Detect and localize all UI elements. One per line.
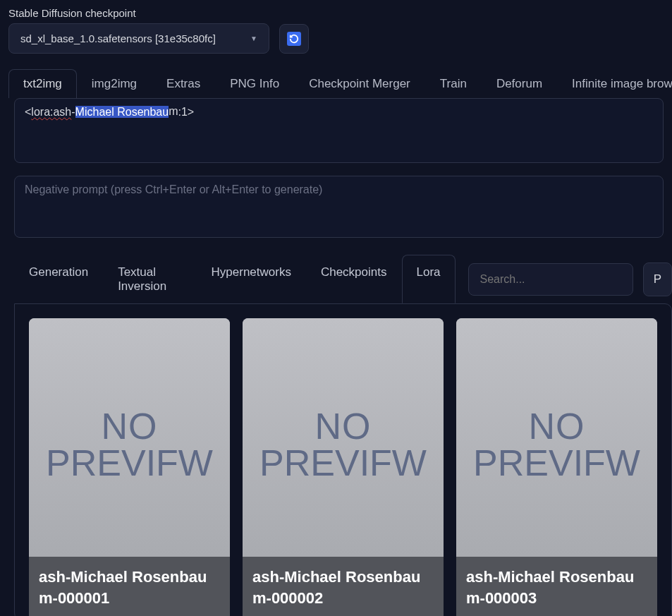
lora-card[interactable]: NO PREVIFW ash-Michael Rosenbaum-000003 xyxy=(456,318,657,616)
tab-deforum[interactable]: Deforum xyxy=(482,69,557,98)
side-button[interactable]: P xyxy=(643,262,672,296)
extra-networks-tabs: Generation Textual Inversion Hypernetwor… xyxy=(14,255,456,303)
negative-prompt-input[interactable]: Negative prompt (press Ctrl+Enter or Alt… xyxy=(14,176,664,238)
checkpoint-label: Stable Diffusion checkpoint xyxy=(8,7,664,19)
main-tabs: txt2img img2img Extras PNG Info Checkpoi… xyxy=(8,69,672,98)
no-preview-text: NO PREVIFW xyxy=(473,408,640,481)
tab-pnginfo[interactable]: PNG Info xyxy=(215,69,294,98)
tab-checkpoints[interactable]: Checkpoints xyxy=(306,255,402,303)
no-preview-text: NO PREVIFW xyxy=(259,408,427,481)
tab-checkpoint-merger[interactable]: Checkpoint Merger xyxy=(294,69,425,98)
tab-infinite-image-browsing[interactable]: Infinite image browsing xyxy=(557,69,672,98)
negative-placeholder: Negative prompt (press Ctrl+Enter or Alt… xyxy=(25,183,322,195)
checkpoint-value: sd_xl_base_1.0.safetensors [31e35c80fc] xyxy=(20,32,216,44)
lora-gallery: NO PREVIFW ash-Michael Rosenbaum-000001 … xyxy=(14,303,672,616)
card-thumbnail: NO PREVIFW xyxy=(29,318,230,557)
tab-textual-inversion[interactable]: Textual Inversion xyxy=(103,255,196,303)
refresh-checkpoint-button[interactable] xyxy=(279,24,309,54)
chevron-down-icon: ▼ xyxy=(250,35,257,42)
card-label: ash-Michael Rosenbaum-000003 xyxy=(456,557,657,616)
tab-extras[interactable]: Extras xyxy=(152,69,215,98)
tab-txt2img[interactable]: txt2img xyxy=(8,69,77,98)
lora-card[interactable]: NO PREVIFW ash-Michael Rosenbaum-000001 xyxy=(29,318,230,616)
prompt-input[interactable]: <lora:ash-Michael Rosenbaum:1> xyxy=(14,98,664,163)
tab-generation[interactable]: Generation xyxy=(14,255,103,303)
tab-train[interactable]: Train xyxy=(425,69,482,98)
tab-hypernetworks[interactable]: Hypernetworks xyxy=(197,255,306,303)
prompt-word1: lora:ash xyxy=(31,106,71,118)
prompt-caret-char: m xyxy=(169,105,178,117)
search-input[interactable] xyxy=(468,263,633,296)
card-thumbnail: NO PREVIFW xyxy=(243,318,444,557)
card-label: ash-Michael Rosenbaum-000002 xyxy=(243,557,444,616)
prompt-selection: Michael Rosenbau xyxy=(75,106,169,118)
prompt-suffix: :1> xyxy=(178,106,194,118)
prompt-prefix: < xyxy=(25,106,31,118)
no-preview-text: NO PREVIFW xyxy=(46,408,213,481)
card-thumbnail: NO PREVIFW xyxy=(456,318,657,557)
tab-img2img[interactable]: img2img xyxy=(77,69,152,98)
tab-lora[interactable]: Lora xyxy=(402,255,456,303)
prompt-dash: - xyxy=(71,106,75,118)
checkpoint-dropdown[interactable]: sd_xl_base_1.0.safetensors [31e35c80fc] … xyxy=(8,23,269,54)
refresh-icon xyxy=(287,32,301,46)
card-label: ash-Michael Rosenbaum-000001 xyxy=(29,557,230,616)
lora-card[interactable]: NO PREVIFW ash-Michael Rosenbaum-000002 xyxy=(243,318,444,616)
